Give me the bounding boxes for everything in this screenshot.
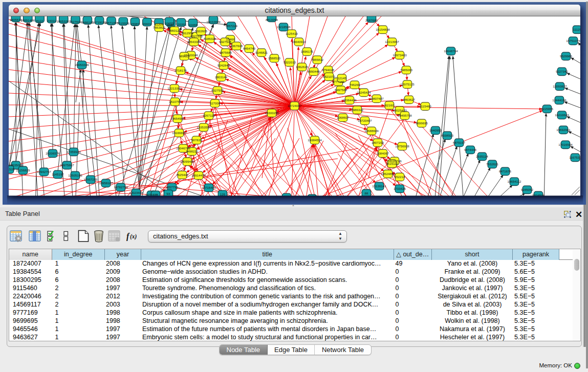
svg-text:10543382: 10543382: [187, 40, 201, 43]
svg-text:10973403: 10973403: [393, 53, 407, 57]
svg-text:12213957: 12213957: [385, 40, 399, 43]
svg-text:12023446: 12023446: [129, 191, 143, 194]
svg-text:15751074: 15751074: [566, 39, 580, 42]
svg-text:9474444: 9474444: [464, 148, 477, 151]
svg-text:19756928: 19756928: [395, 144, 409, 148]
svg-text:8471676: 8471676: [499, 169, 512, 173]
svg-text:1125419: 1125419: [286, 32, 298, 35]
svg-text:12145: 12145: [337, 76, 346, 80]
svg-text:15136141: 15136141: [372, 184, 386, 188]
svg-text:1527602: 1527602: [69, 20, 82, 24]
svg-text:7625402: 7625402: [176, 173, 189, 177]
svg-text:19218506: 19218506: [276, 25, 291, 29]
svg-text:16154838: 16154838: [376, 28, 390, 31]
svg-text:9084067: 9084067: [377, 151, 389, 155]
svg-text:9327505: 9327505: [190, 34, 203, 38]
svg-text:7663822: 7663822: [153, 26, 166, 29]
svg-text:587835: 587835: [191, 138, 202, 142]
svg-text:11125: 11125: [573, 28, 580, 31]
svg-text:16245434: 16245434: [357, 91, 371, 94]
svg-text:2718176: 2718176: [175, 69, 187, 72]
svg-text:2935114: 2935114: [476, 155, 488, 158]
svg-text:20206576: 20206576: [46, 151, 60, 155]
svg-text:8327552: 8327552: [211, 89, 224, 92]
svg-text:f: f: [126, 232, 130, 241]
svg-text:7632621: 7632621: [486, 162, 499, 166]
svg-text:12213383: 12213383: [167, 86, 182, 90]
svg-text:9146821: 9146821: [255, 51, 268, 54]
svg-text:8990448: 8990448: [308, 70, 320, 73]
svg-text:20431: 20431: [143, 22, 152, 26]
svg-text:1621072: 1621072: [323, 75, 336, 78]
svg-text:12444196: 12444196: [552, 98, 567, 102]
svg-text:7986322: 7986322: [351, 108, 364, 112]
svg-text:1068607: 1068607: [337, 116, 350, 119]
svg-text:10655: 10655: [165, 21, 174, 25]
svg-text:2087682: 2087682: [365, 18, 378, 22]
svg-text:(x): (x): [130, 233, 137, 240]
svg-text:1615112: 1615112: [386, 162, 398, 165]
svg-text:5322605: 5322605: [195, 29, 208, 33]
svg-text:6879197: 6879197: [453, 141, 466, 144]
svg-text:62160: 62160: [385, 103, 394, 107]
svg-text:989612: 989612: [179, 54, 190, 58]
svg-text:16782759: 16782759: [114, 185, 128, 189]
svg-text:17016504: 17016504: [558, 143, 573, 146]
svg-text:9794028: 9794028: [322, 68, 335, 72]
svg-text:117006: 117006: [210, 101, 221, 105]
svg-text:10025433: 10025433: [393, 108, 407, 112]
svg-text:19495758: 19495758: [398, 114, 412, 117]
svg-text:1362615: 1362615: [296, 65, 309, 69]
svg-text:19166825: 19166825: [172, 131, 186, 135]
svg-text:9245052: 9245052: [521, 188, 534, 191]
svg-text:10671355: 10671355: [104, 21, 119, 25]
svg-text:13353594: 13353594: [197, 125, 211, 129]
svg-text:7955812: 7955812: [311, 58, 324, 61]
svg-text:14524851: 14524851: [381, 172, 395, 176]
svg-text:7515526: 7515526: [117, 21, 130, 25]
svg-text:10653267: 10653267: [56, 19, 71, 23]
svg-text:7857224: 7857224: [225, 24, 238, 28]
svg-text:9242848: 9242848: [217, 63, 230, 67]
svg-text:8938923: 8938923: [441, 134, 454, 137]
svg-text:16210643: 16210643: [555, 113, 569, 117]
svg-text:7485063: 7485063: [400, 68, 413, 72]
svg-text:10958107: 10958107: [99, 181, 113, 185]
svg-text:152214: 152214: [395, 175, 405, 179]
svg-text:2803144: 2803144: [215, 75, 228, 79]
svg-text:1733426: 1733426: [394, 187, 406, 190]
svg-text:23011: 23011: [48, 19, 56, 23]
svg-text:9657791: 9657791: [166, 185, 179, 189]
svg-text:19654985: 19654985: [170, 117, 185, 120]
svg-text:9227342: 9227342: [556, 70, 569, 73]
svg-text:120391: 120391: [176, 23, 187, 26]
svg-text:10807487: 10807487: [369, 97, 384, 100]
svg-text:1167531: 1167531: [569, 156, 580, 159]
svg-text:1588520: 1588520: [268, 56, 281, 60]
svg-text:1807209: 1807209: [372, 141, 384, 144]
svg-text:8215955: 8215955: [541, 107, 554, 111]
svg-text:2367608: 2367608: [230, 44, 243, 48]
svg-text:20364436: 20364436: [342, 98, 357, 102]
svg-text:1610755: 1610755: [169, 100, 182, 103]
svg-text:12975125: 12975125: [400, 82, 415, 86]
svg-text:17359934: 17359934: [67, 150, 81, 154]
svg-text:8186328: 8186328: [204, 37, 216, 40]
svg-text:9777169: 9777169: [332, 80, 345, 83]
svg-text:10654112: 10654112: [507, 180, 521, 183]
svg-text:12093827: 12093827: [553, 84, 567, 88]
svg-text:20691406: 20691406: [21, 18, 35, 22]
svg-text:5322013: 5322013: [284, 60, 296, 64]
svg-text:8660124: 8660124: [168, 29, 181, 32]
svg-text:1640953: 1640953: [429, 128, 442, 132]
svg-text:10466: 10466: [188, 23, 198, 27]
svg-text:16033809: 16033809: [206, 20, 221, 24]
svg-text:1145197: 1145197: [52, 172, 64, 176]
svg-text:15720407: 15720407: [358, 119, 372, 122]
svg-text:20975867: 20975867: [60, 163, 74, 167]
svg-text:8454749: 8454749: [243, 47, 256, 50]
svg-text:16914479: 16914479: [191, 173, 206, 177]
svg-text:3267110: 3267110: [203, 114, 215, 117]
svg-text:21156829: 21156829: [16, 168, 30, 172]
svg-text:13716485: 13716485: [202, 186, 216, 189]
